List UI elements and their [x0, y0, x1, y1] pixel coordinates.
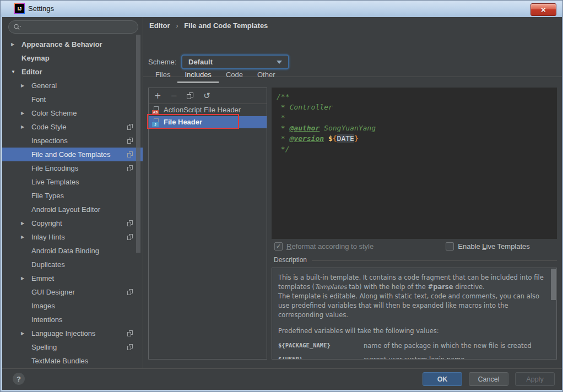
sidebar-item-label: Inspections	[31, 137, 68, 145]
expand-arrow-icon[interactable]: ▶	[21, 79, 24, 92]
add-template-button[interactable]: +	[154, 92, 161, 100]
sidebar-item-label: Appearance & Behavior	[21, 40, 102, 48]
sidebar-item-code-style[interactable]: ▶Code Style	[2, 120, 143, 134]
variable-name: ${USER}	[278, 356, 364, 360]
checkbox-icon[interactable]: ✓	[274, 242, 283, 251]
cancel-button[interactable]: Cancel	[469, 372, 508, 386]
code-line: *	[277, 112, 557, 123]
sidebar-item-file-and-code-templates[interactable]: File and Code Templates	[2, 148, 143, 161]
expand-arrow-icon[interactable]: ▶	[21, 230, 24, 244]
sidebar-item-inspections[interactable]: Inspections	[2, 134, 143, 148]
sidebar-item-emmet[interactable]: ▶Emmet	[2, 271, 143, 285]
tab-other[interactable]: Other	[250, 67, 283, 83]
option-enable-live-templates[interactable]: Enable Live Templates	[446, 242, 530, 251]
file-template-icon: AS	[152, 106, 160, 115]
sidebar-item-label: Color Scheme	[31, 109, 77, 117]
option-label: Enable Live Templates	[458, 242, 530, 251]
sidebar-item-file-encodings[interactable]: File Encodings	[2, 161, 143, 175]
sidebar-item-general[interactable]: ▶General	[2, 79, 143, 92]
sidebar-item-file-types[interactable]: File Types	[2, 189, 143, 203]
sidebar-item-font[interactable]: Font	[2, 92, 143, 106]
sidebar-scrollbar[interactable]	[136, 35, 140, 253]
variable-row: ${PACKAGE_NAME}name of the package in wh…	[278, 342, 545, 350]
expand-arrow-icon[interactable]: ▶	[21, 216, 24, 230]
code-line: * Controller	[277, 102, 557, 112]
expand-arrow-icon[interactable]: ▶	[21, 120, 24, 134]
sidebar-item-label: File and Code Templates	[31, 150, 111, 159]
variable-description: name of the package in which the new fil…	[364, 342, 532, 350]
search-icon	[13, 24, 21, 31]
template-item-label: File Header	[164, 116, 202, 128]
sidebar-item-spelling[interactable]: Spelling	[2, 340, 143, 354]
page-title: File and Code Templates	[184, 21, 268, 30]
variable-name: ${PACKAGE_NAME}	[278, 342, 364, 350]
sidebar-item-live-templates[interactable]: Live Templates	[2, 175, 143, 189]
sidebar-item-duplicates[interactable]: Duplicates	[2, 258, 143, 271]
description-paragraph: This is a built-in template. It contains…	[278, 273, 545, 292]
window-title: Settings	[28, 1, 54, 17]
sidebar-item-gui-designer[interactable]: GUI Designer	[2, 285, 143, 299]
sidebar-item-inlay-hints[interactable]: ▶Inlay Hints	[2, 230, 143, 244]
sidebar-item-appearance-behavior[interactable]: ▶Appearance & Behavior	[2, 37, 143, 51]
sidebar-item-language-injections[interactable]: ▶Language Injections	[2, 326, 143, 340]
template-code-editor[interactable]: /** * Controller * * @author SongYuanYan…	[272, 88, 557, 239]
file-template-icon: J	[152, 118, 160, 127]
template-list: ASActionScript File HeaderJFile Header	[149, 104, 267, 128]
settings-tree: ▶Appearance & BehaviorKeymap▼Editor▶Gene…	[2, 37, 143, 368]
description-paragraph: The template is editable. Along with sta…	[278, 292, 545, 320]
sidebar-item-textmate-bundles[interactable]: TextMate Bundles	[2, 354, 143, 368]
tab-includes[interactable]: Includes	[177, 67, 218, 83]
sidebar-item-label: TextMate Bundles	[31, 357, 88, 365]
sidebar-item-label: Spelling	[31, 343, 57, 351]
settings-search-box[interactable]	[8, 20, 138, 34]
search-input[interactable]	[21, 23, 123, 31]
tab-code[interactable]: Code	[219, 67, 250, 83]
checkbox-icon[interactable]	[446, 242, 454, 251]
sidebar-item-label: GUI Designer	[31, 288, 75, 296]
expand-arrow-icon[interactable]: ▶	[21, 271, 24, 285]
sidebar-item-label: Android Data Binding	[31, 247, 99, 255]
description-paragraph: Predefined variables will take the follo…	[278, 326, 545, 336]
collapse-arrow-icon[interactable]: ▼	[11, 65, 15, 79]
sidebar-item-editor[interactable]: ▼Editor	[2, 65, 143, 79]
sidebar-item-android-layout-editor[interactable]: Android Layout Editor	[2, 203, 143, 216]
template-list-panel: + − ↺ ASActionScript File HeaderJFile He…	[148, 88, 267, 360]
description-divider	[312, 260, 557, 261]
sidebar-item-label: Android Layout Editor	[31, 205, 100, 214]
overridden-indicator-icon	[127, 234, 134, 241]
list-toolbar: + − ↺	[149, 88, 267, 104]
code-line: /**	[277, 91, 557, 102]
sidebar-item-android-data-binding[interactable]: Android Data Binding	[2, 244, 143, 258]
title-bar: IJ Settings ×	[1, 1, 562, 17]
template-item-file-header[interactable]: JFile Header	[149, 116, 267, 128]
sidebar-item-color-scheme[interactable]: ▶Color Scheme	[2, 106, 143, 120]
overridden-indicator-icon	[127, 138, 134, 144]
sidebar-item-label: Editor	[21, 68, 42, 76]
sidebar-item-intentions[interactable]: Intentions	[2, 313, 143, 326]
sidebar-item-copyright[interactable]: ▶Copyright	[2, 216, 143, 230]
copy-template-button[interactable]	[187, 92, 194, 100]
expand-arrow-icon[interactable]: ▶	[21, 326, 24, 340]
description-panel: This is a built-in template. It contains…	[272, 268, 557, 360]
expand-arrow-icon[interactable]: ▶	[21, 106, 24, 120]
revert-template-button[interactable]: ↺	[203, 92, 210, 100]
sidebar-item-keymap[interactable]: Keymap	[2, 51, 143, 65]
breadcrumb-editor[interactable]: Editor	[149, 21, 170, 30]
help-button[interactable]: ?	[13, 373, 25, 385]
apply-button[interactable]: Apply	[515, 372, 555, 386]
remove-template-button[interactable]: −	[171, 92, 178, 100]
option-reformat-according-to-style[interactable]: ✓Reformat according to style	[274, 242, 373, 251]
ok-button[interactable]: OK	[423, 372, 462, 386]
close-icon[interactable]: ×	[530, 3, 556, 16]
settings-content: ▶Appearance & BehaviorKeymap▼Editor▶Gene…	[2, 17, 562, 389]
sidebar-item-label: Intentions	[31, 315, 62, 324]
template-item-actionscript-file-header[interactable]: ASActionScript File Header	[149, 104, 267, 116]
expand-arrow-icon[interactable]: ▶	[11, 37, 14, 51]
sidebar-item-label: Duplicates	[31, 260, 65, 269]
intellij-logo-icon: IJ	[14, 3, 25, 14]
description-scrollbar[interactable]	[551, 269, 556, 300]
tab-files[interactable]: Files	[148, 67, 177, 83]
code-line: * @version ${DATE}	[277, 133, 557, 144]
sidebar-item-label: Live Templates	[31, 178, 79, 186]
sidebar-item-images[interactable]: Images	[2, 299, 143, 313]
